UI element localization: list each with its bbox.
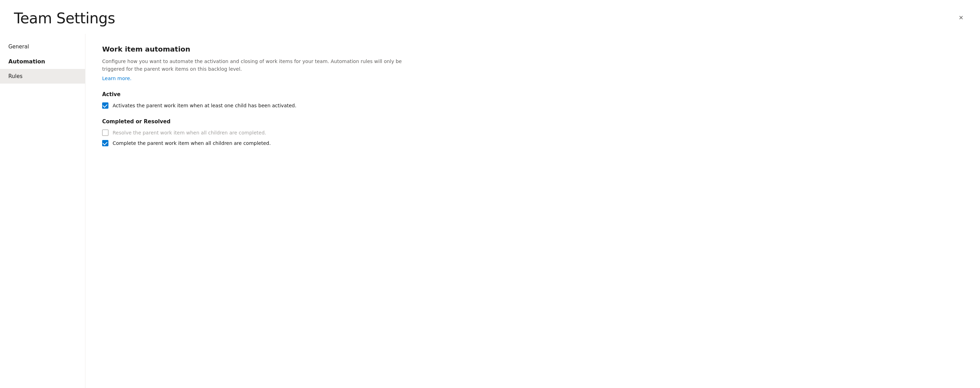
checkbox-row-complete-parent: Complete the parent work item when all c… bbox=[102, 140, 963, 146]
sidebar-item-automation[interactable]: Automation bbox=[0, 54, 85, 69]
section-title: Work item automation bbox=[102, 45, 963, 53]
checkbox-row-resolve-parent: Resolve the parent work item when all ch… bbox=[102, 130, 963, 136]
dialog-title: Team Settings bbox=[14, 10, 115, 27]
sidebar: General Automation Rules bbox=[0, 34, 86, 388]
checkbox-label-resolve-parent: Resolve the parent work item when all ch… bbox=[113, 130, 266, 136]
checkbox-complete-parent[interactable] bbox=[102, 140, 108, 146]
section-description: Configure how you want to automate the a… bbox=[102, 57, 416, 73]
checkbox-activate-parent[interactable] bbox=[102, 102, 108, 109]
rule-group-completed-resolved: Completed or Resolved Resolve the parent… bbox=[102, 119, 963, 146]
close-button[interactable]: × bbox=[956, 13, 966, 23]
dialog-header: Team Settings × bbox=[0, 0, 980, 34]
checkbox-resolve-parent[interactable] bbox=[102, 130, 108, 136]
dialog-body: General Automation Rules Work item autom… bbox=[0, 34, 980, 388]
learn-more-link[interactable]: Learn more. bbox=[102, 76, 131, 81]
rule-group-active-title: Active bbox=[102, 91, 963, 98]
checkbox-label-activate-parent: Activates the parent work item when at l… bbox=[113, 103, 296, 108]
rule-group-active: Active Activates the parent work item wh… bbox=[102, 91, 963, 109]
main-content: Work item automation Configure how you w… bbox=[86, 34, 980, 388]
checkbox-row-activate-parent: Activates the parent work item when at l… bbox=[102, 102, 963, 109]
sidebar-item-general[interactable]: General bbox=[0, 40, 85, 54]
checkbox-label-complete-parent: Complete the parent work item when all c… bbox=[113, 140, 271, 146]
team-settings-dialog: Team Settings × General Automation Rules… bbox=[0, 0, 980, 388]
sidebar-item-rules[interactable]: Rules bbox=[0, 69, 85, 84]
rule-group-completed-resolved-title: Completed or Resolved bbox=[102, 119, 963, 125]
